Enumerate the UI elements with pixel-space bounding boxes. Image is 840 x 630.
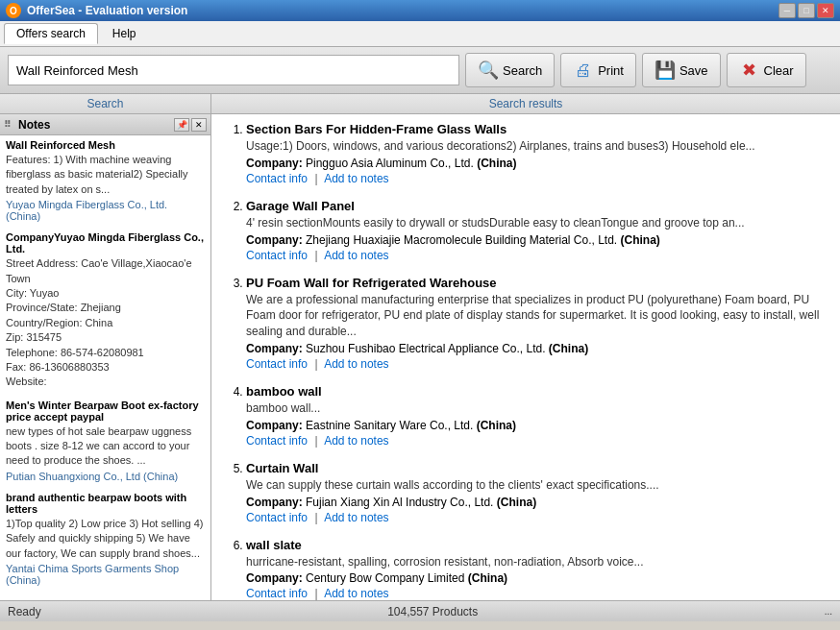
search-label: Search bbox=[503, 63, 542, 78]
result-desc-1: Usage:1) Doors, windows, and various dec… bbox=[246, 138, 828, 155]
status-products: 104,557 Products bbox=[41, 605, 825, 618]
note-company-1: Yuyao Mingda Fiberglass Co., Ltd. (China… bbox=[6, 199, 205, 222]
result-company-4: Company: Eastnine Sanitary Ware Co., Ltd… bbox=[246, 419, 828, 432]
contact-info-link-6[interactable]: Contact info bbox=[246, 587, 308, 600]
result-desc-2: 4' resin sectionMounts easily to drywall… bbox=[246, 215, 828, 231]
note-company-4: Yantai Chima Sports Garments Shop (China… bbox=[6, 563, 205, 586]
maximize-button[interactable]: □ bbox=[798, 3, 815, 18]
result-item-6: wall slate hurricane-resistant, spalling… bbox=[246, 538, 828, 600]
print-label: Print bbox=[598, 63, 624, 78]
result-links-4: Contact info | Add to notes bbox=[246, 434, 828, 448]
add-to-notes-link-1[interactable]: Add to notes bbox=[324, 172, 388, 185]
add-to-notes-link-4[interactable]: Add to notes bbox=[324, 434, 388, 448]
status-indicator: ... bbox=[825, 606, 832, 617]
notes-close-button[interactable]: ✕ bbox=[191, 118, 207, 132]
contact-info-link-1[interactable]: Contact info bbox=[246, 172, 308, 185]
company-name-6: Century Bow Company Limited bbox=[306, 571, 464, 585]
contact-info-link-4[interactable]: Contact info bbox=[246, 434, 308, 448]
search-button[interactable]: 🔍 Search bbox=[465, 53, 555, 87]
grip-icon: ⠿ bbox=[4, 119, 11, 130]
results-list: Section Bars For Hidden-Frame Glass Wall… bbox=[223, 122, 828, 600]
result-links-1: Contact info | Add to notes bbox=[246, 172, 828, 185]
company-label-1: Company: bbox=[246, 157, 303, 170]
result-company-5: Company: Fujian Xiang Xin Al Industry Co… bbox=[246, 496, 828, 509]
status-bar: Ready 104,557 Products ... bbox=[0, 600, 840, 621]
result-desc-3: We are a professional manufacturing ente… bbox=[246, 292, 828, 340]
notes-title: ⠿ Notes bbox=[4, 118, 50, 132]
note-item-1: Wall Reinforced Mesh Features: 1) With m… bbox=[6, 139, 205, 222]
result-desc-5: We can supply these curtain walls accord… bbox=[246, 477, 828, 494]
company-label-6: Company: bbox=[246, 571, 303, 585]
print-button[interactable]: 🖨 Print bbox=[560, 53, 636, 87]
notes-header: ⠿ Notes 📌 ✕ bbox=[0, 114, 210, 135]
clear-button[interactable]: ✖ Clear bbox=[727, 53, 806, 87]
clear-label: Clear bbox=[764, 63, 794, 78]
contact-info-link-5[interactable]: Contact info bbox=[246, 511, 308, 524]
company-label-5: Company: bbox=[246, 496, 303, 509]
note-body-1: Features: 1) With machine weaving fiberg… bbox=[6, 153, 205, 197]
minimize-button[interactable]: ─ bbox=[778, 3, 796, 18]
note-company-3: Putian Shuangxiong Co., Ltd (China) bbox=[6, 471, 205, 482]
add-to-notes-link-2[interactable]: Add to notes bbox=[324, 249, 388, 262]
col-header-results: Search results bbox=[211, 94, 840, 113]
note-item-2: CompanyYuyao Mingda Fiberglass Co., Ltd.… bbox=[6, 231, 205, 390]
close-button[interactable]: ✕ bbox=[817, 3, 834, 18]
save-button[interactable]: 💾 Save bbox=[642, 53, 721, 87]
add-to-notes-link-6[interactable]: Add to notes bbox=[324, 587, 388, 600]
notes-controls: 📌 ✕ bbox=[174, 118, 207, 132]
result-item-4: bamboo wall bamboo wall... Company: East… bbox=[246, 384, 828, 448]
search-input[interactable] bbox=[8, 55, 459, 85]
result-title-4: bamboo wall bbox=[246, 384, 828, 399]
company-label-2: Company: bbox=[246, 233, 303, 247]
note-body-4: 1)Top quality 2) Low price 3) Hot sellin… bbox=[6, 517, 205, 561]
note-title-3: Men's Winter Bearpaw Boot ex-factory pri… bbox=[6, 400, 205, 423]
result-desc-6: hurricane-resistant, spalling, corrosion… bbox=[246, 554, 828, 570]
add-to-notes-link-3[interactable]: Add to notes bbox=[324, 357, 388, 371]
add-to-notes-link-5[interactable]: Add to notes bbox=[324, 511, 388, 524]
save-label: Save bbox=[679, 63, 708, 78]
col-header-search: Search bbox=[0, 94, 211, 113]
company-name-5: Fujian Xiang Xin Al Industry Co., Ltd. bbox=[306, 496, 493, 509]
company-name-4: Eastnine Sanitary Ware Co., Ltd. bbox=[306, 419, 473, 432]
result-desc-4: bamboo wall... bbox=[246, 400, 828, 417]
result-title-2: Garage Wall Panel bbox=[246, 199, 828, 213]
notes-title-label: Notes bbox=[18, 118, 50, 132]
result-links-6: Contact info | Add to notes bbox=[246, 587, 828, 600]
country-3: (China) bbox=[549, 342, 588, 355]
status-ready: Ready bbox=[8, 605, 41, 618]
title-bar-buttons: ─ □ ✕ bbox=[778, 3, 834, 18]
result-company-1: Company: Pingguo Asia Aluminum Co., Ltd.… bbox=[246, 157, 828, 170]
notes-content: Wall Reinforced Mesh Features: 1) With m… bbox=[0, 135, 210, 600]
company-label-3: Company: bbox=[246, 342, 303, 355]
menu-bar: Offers search Help bbox=[0, 21, 840, 47]
tab-offers-search[interactable]: Offers search bbox=[4, 23, 98, 44]
notes-panel: ⠿ Notes 📌 ✕ Wall Reinforced Mesh Feature… bbox=[0, 114, 211, 600]
result-item-2: Garage Wall Panel 4' resin sectionMounts… bbox=[246, 199, 828, 262]
contact-info-link-2[interactable]: Contact info bbox=[246, 249, 308, 262]
result-item-5: Curtain Wall We can supply these curtain… bbox=[246, 461, 828, 524]
result-title-3: PU Foam Wall for Refrigerated Warehouse bbox=[246, 276, 828, 290]
column-headers: Search Search results bbox=[0, 94, 840, 114]
contact-info-link-3[interactable]: Contact info bbox=[246, 357, 308, 371]
app-icon: O bbox=[6, 3, 21, 18]
results-panel[interactable]: Section Bars For Hidden-Frame Glass Wall… bbox=[211, 114, 840, 600]
note-title-4: brand authentic bearpaw boots with lette… bbox=[6, 492, 205, 515]
title-bar: O OfferSea - Evaluation version ─ □ ✕ bbox=[0, 0, 840, 21]
country-6: (China) bbox=[468, 571, 507, 585]
title-bar-left: O OfferSea - Evaluation version bbox=[6, 3, 187, 18]
print-icon: 🖨 bbox=[573, 60, 594, 81]
search-icon: 🔍 bbox=[478, 60, 499, 81]
save-icon: 💾 bbox=[655, 60, 676, 81]
result-title-5: Curtain Wall bbox=[246, 461, 828, 475]
company-name-1: Pingguo Asia Aluminum Co., Ltd. bbox=[306, 157, 474, 170]
company-label-4: Company: bbox=[246, 419, 303, 432]
note-body-3: new types of hot sale bearpaw uggness bo… bbox=[6, 424, 205, 469]
company-name-2: Zhejiang Huaxiajie Macromolecule Buildin… bbox=[306, 233, 617, 247]
country-5: (China) bbox=[497, 496, 536, 509]
note-item-3: Men's Winter Bearpaw Boot ex-factory pri… bbox=[6, 400, 205, 482]
main-area: ⠿ Notes 📌 ✕ Wall Reinforced Mesh Feature… bbox=[0, 114, 840, 600]
result-links-5: Contact info | Add to notes bbox=[246, 511, 828, 524]
result-item-1: Section Bars For Hidden-Frame Glass Wall… bbox=[246, 122, 828, 185]
notes-pin-button[interactable]: 📌 bbox=[174, 118, 189, 132]
tab-help[interactable]: Help bbox=[100, 23, 149, 44]
